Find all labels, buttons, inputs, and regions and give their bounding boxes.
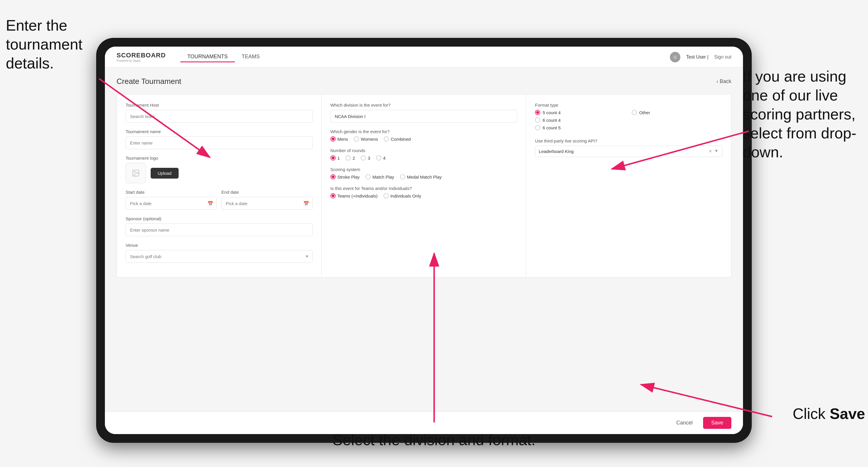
end-date-input[interactable] bbox=[221, 197, 313, 210]
format-other[interactable]: Other bbox=[632, 110, 722, 115]
tournament-host-label: Tournament Host bbox=[126, 102, 313, 107]
annotation-top-left: Enter the tournament details. bbox=[6, 16, 99, 73]
logo-area: SCOREBOARD Powered by clippd bbox=[117, 52, 166, 62]
live-scoring-dropdown-icon: ▼ bbox=[714, 148, 718, 154]
nav-tournaments[interactable]: TOURNAMENTS bbox=[180, 52, 235, 62]
start-calendar-icon: 📅 bbox=[208, 201, 213, 206]
save-button[interactable]: Save bbox=[703, 417, 731, 429]
rounds-1-label: 1 bbox=[337, 156, 340, 160]
gender-radio-group: Mens Womens Combined bbox=[331, 136, 518, 142]
cancel-button[interactable]: Cancel bbox=[671, 417, 699, 429]
scoring-stroke[interactable]: Stroke Play bbox=[331, 174, 360, 180]
annotation-save-bold: Save bbox=[830, 405, 865, 422]
tournament-host-field: Tournament Host bbox=[126, 102, 313, 123]
nav-teams[interactable]: TEAMS bbox=[235, 52, 267, 62]
format-6count4-label: 6 count 4 bbox=[542, 118, 561, 123]
annotation-top-right: If you are using one of our live scoring… bbox=[743, 67, 865, 162]
app-header: SCOREBOARD Powered by clippd TOURNAMENTS… bbox=[105, 46, 743, 68]
event-type-label: Is this event for Teams and/or Individua… bbox=[331, 186, 518, 191]
rounds-field: Number of rounds 1 2 bbox=[331, 148, 518, 160]
tablet-device: SCOREBOARD Powered by clippd TOURNAMENTS… bbox=[96, 38, 752, 443]
end-date-label: End date bbox=[221, 190, 313, 195]
format-type-grid: 5 count 4 Other 6 count 4 bbox=[535, 110, 722, 130]
rounds-1-circle bbox=[331, 155, 336, 160]
svg-point-1 bbox=[134, 171, 135, 173]
page-title: Create Tournament bbox=[117, 77, 181, 86]
rounds-2[interactable]: 2 bbox=[346, 155, 355, 160]
gender-womens-circle bbox=[354, 136, 359, 142]
gender-womens-label: Womens bbox=[361, 137, 378, 142]
scoring-medal[interactable]: Medal Match Play bbox=[400, 174, 442, 180]
event-individuals-circle bbox=[383, 193, 389, 198]
form-col-3: Format type 5 count 4 Other bbox=[526, 94, 731, 277]
event-individuals-label: Individuals Only bbox=[391, 193, 421, 198]
sign-out-link[interactable]: Sign out bbox=[714, 55, 731, 60]
tournament-name-input[interactable] bbox=[126, 136, 313, 149]
live-scoring-clear[interactable]: × bbox=[709, 148, 712, 154]
sponsor-field: Sponsor (optional) bbox=[126, 216, 313, 236]
tournament-host-input[interactable] bbox=[126, 110, 313, 123]
event-teams-circle bbox=[331, 193, 336, 198]
sponsor-input[interactable] bbox=[126, 223, 313, 236]
annotation-bottom-center: Select the division and format. bbox=[333, 431, 535, 449]
format-5count4[interactable]: 5 count 4 bbox=[535, 110, 626, 115]
tablet-screen: SCOREBOARD Powered by clippd TOURNAMENTS… bbox=[105, 46, 743, 434]
format-6count5[interactable]: 6 count 5 bbox=[535, 125, 626, 130]
rounds-4[interactable]: 4 bbox=[376, 155, 385, 160]
date-row: Start date 📅 End date 📅 bbox=[126, 190, 313, 210]
tournament-logo-label: Tournament logo bbox=[126, 156, 313, 160]
app-content: Create Tournament ‹ Back Tournament Host… bbox=[105, 68, 743, 434]
event-individuals[interactable]: Individuals Only bbox=[383, 193, 421, 198]
format-6count4-circle bbox=[535, 117, 540, 123]
user-name: Test User | bbox=[686, 55, 708, 60]
gender-combined[interactable]: Combined bbox=[384, 136, 410, 142]
page-title-row: Create Tournament ‹ Back bbox=[117, 77, 731, 86]
format-other-label: Other bbox=[639, 110, 650, 115]
start-date-label: Start date bbox=[126, 190, 217, 195]
format-6count5-circle bbox=[535, 125, 540, 130]
user-avatar: U bbox=[670, 52, 680, 62]
start-date-input[interactable] bbox=[126, 197, 217, 210]
form-col-1: Tournament Host Tournament name Tourname… bbox=[117, 94, 322, 277]
division-select[interactable]: NCAA Division I bbox=[331, 110, 518, 123]
gender-label: Which gender is the event for? bbox=[331, 129, 518, 134]
scoring-stroke-circle bbox=[331, 174, 336, 180]
rounds-2-label: 2 bbox=[352, 156, 355, 160]
venue-input-wrap: ▼ bbox=[126, 250, 313, 263]
venue-label: Venue bbox=[126, 243, 313, 248]
live-scoring-value: Leaderboard King bbox=[539, 149, 574, 154]
venue-input[interactable] bbox=[126, 250, 313, 263]
scoring-field: Scoring system Stroke Play Match Play bbox=[331, 167, 518, 180]
scoring-radio-group: Stroke Play Match Play Medal Match Play bbox=[331, 174, 518, 180]
scoring-match[interactable]: Match Play bbox=[365, 174, 394, 180]
scoring-medal-label: Medal Match Play bbox=[407, 175, 442, 180]
venue-field: Venue ▼ bbox=[126, 243, 313, 263]
live-scoring-field: Use third-party live scoring API? Leader… bbox=[535, 138, 722, 157]
division-field: Which division is the event for? NCAA Di… bbox=[331, 102, 518, 123]
format-6count4[interactable]: 6 count 4 bbox=[535, 117, 626, 123]
logo-placeholder bbox=[126, 163, 146, 183]
scoring-label: Scoring system bbox=[331, 167, 518, 172]
annotation-click-label: Click bbox=[793, 405, 830, 422]
event-type-field: Is this event for Teams and/or Individua… bbox=[331, 186, 518, 198]
gender-combined-circle bbox=[384, 136, 389, 142]
rounds-2-circle bbox=[346, 155, 351, 160]
gender-mens[interactable]: Mens bbox=[331, 136, 348, 142]
rounds-3[interactable]: 3 bbox=[361, 155, 370, 160]
back-button[interactable]: ‹ Back bbox=[716, 79, 731, 85]
venue-dropdown-icon: ▼ bbox=[305, 254, 309, 259]
event-teams-label: Teams (+Individuals) bbox=[337, 193, 378, 198]
upload-button[interactable]: Upload bbox=[151, 168, 179, 179]
rounds-4-circle bbox=[376, 155, 381, 160]
rounds-4-label: 4 bbox=[383, 156, 385, 160]
division-select-wrap: NCAA Division I bbox=[331, 110, 518, 123]
tournament-logo-field: Tournament logo Upload bbox=[126, 156, 313, 183]
rounds-1[interactable]: 1 bbox=[331, 155, 340, 160]
start-date-wrap: 📅 bbox=[126, 197, 217, 210]
gender-mens-circle bbox=[331, 136, 336, 142]
gender-womens[interactable]: Womens bbox=[354, 136, 378, 142]
live-scoring-tag[interactable]: Leaderboard King × ▼ bbox=[535, 146, 722, 157]
format-type-field: Format type 5 count 4 Other bbox=[535, 102, 722, 130]
event-teams[interactable]: Teams (+Individuals) bbox=[331, 193, 378, 198]
division-label: Which division is the event for? bbox=[331, 102, 518, 107]
